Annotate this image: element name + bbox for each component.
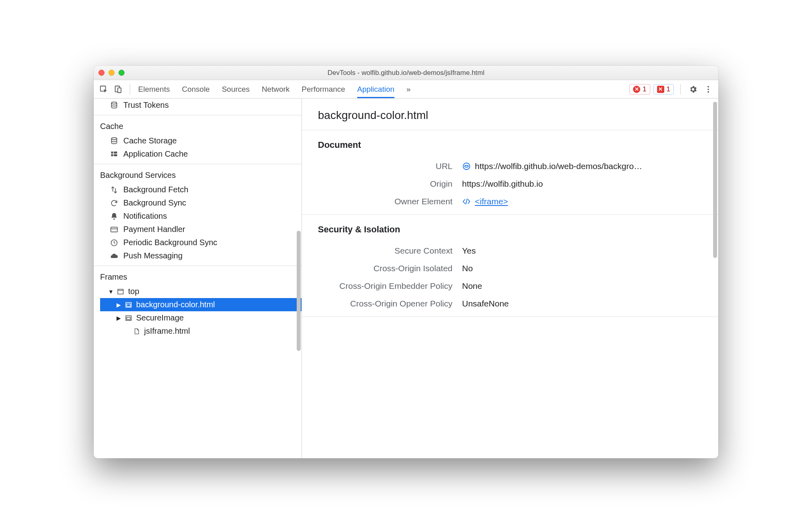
issue-icon: ✕: [657, 86, 664, 93]
frame-label: jsIframe.html: [144, 326, 190, 336]
tabs-overflow-icon[interactable]: »: [406, 80, 411, 98]
section-security: Security & Isolation Secure Context Yes …: [302, 215, 718, 316]
titlebar: DevTools - wolfib.github.io/web-demos/js…: [94, 66, 718, 80]
sidebar-scrollbar[interactable]: [297, 231, 301, 351]
tab-network[interactable]: Network: [262, 80, 290, 98]
sidebar-label: Notifications: [123, 212, 167, 221]
document-icon: [132, 327, 141, 336]
element-icon[interactable]: [462, 197, 471, 206]
frame-secureimage[interactable]: ▶ SecureImage: [100, 311, 301, 324]
database-icon: [110, 101, 119, 110]
error-count: 1: [643, 85, 646, 93]
sidebar-header-background-services: Background Services: [94, 167, 301, 183]
chevron-down-icon[interactable]: ▼: [108, 288, 113, 295]
sidebar-item-application-cache[interactable]: Application Cache: [94, 147, 301, 161]
settings-icon[interactable]: [687, 83, 699, 95]
svg-rect-8: [111, 151, 113, 153]
frame-label: SecureImage: [136, 313, 184, 322]
sidebar-label: Background Sync: [123, 198, 186, 208]
sidebar-item-cache-storage[interactable]: Cache Storage: [94, 134, 301, 147]
sidebar-label: Trust Tokens: [123, 101, 169, 110]
origin-label: Origin: [318, 179, 462, 189]
issue-count: 1: [667, 85, 670, 93]
svg-rect-10: [111, 154, 113, 156]
svg-point-6: [111, 102, 117, 104]
toolbar: Elements Console Sources Network Perform…: [94, 80, 718, 99]
iframe-icon: [124, 300, 133, 309]
svg-point-3: [707, 86, 709, 87]
window-title: DevTools - wolfib.github.io/web-demos/js…: [94, 69, 718, 77]
svg-rect-18: [127, 317, 131, 319]
cloud-icon: [110, 252, 119, 260]
coop-label: Cross-Origin Opener Policy: [318, 299, 462, 308]
frame-label: background-color.html: [136, 300, 215, 309]
sidebar-item-payment-handler[interactable]: Payment Handler: [94, 223, 301, 236]
more-icon[interactable]: [702, 83, 714, 95]
url-value: https://wolfib.github.io/web-demos/backg…: [475, 161, 642, 171]
detail-title: background-color.html: [302, 99, 718, 130]
coep-value: None: [462, 281, 482, 291]
sidebar-item-trust-tokens[interactable]: Trust Tokens: [94, 99, 301, 112]
sidebar-label: Payment Handler: [123, 225, 185, 234]
toolbar-divider: [680, 84, 681, 95]
tab-elements[interactable]: Elements: [138, 80, 170, 98]
error-icon: ✕: [633, 86, 640, 93]
origin-value: https://wolfib.github.io: [462, 179, 543, 189]
sidebar-item-periodic-sync[interactable]: Periodic Background Sync: [94, 236, 301, 249]
tab-application[interactable]: Application: [357, 80, 394, 98]
frame-detail-pane: background-color.html Document URL https…: [302, 99, 718, 458]
database-icon: [110, 137, 119, 145]
sync-icon: [110, 199, 119, 208]
svg-point-19: [463, 163, 470, 170]
owner-label: Owner Element: [318, 197, 462, 206]
section-header: Security & Isolation: [318, 224, 702, 235]
tab-console[interactable]: Console: [182, 80, 210, 98]
sidebar-label: Cache Storage: [123, 136, 177, 145]
inspect-element-icon[interactable]: [98, 83, 110, 95]
owner-link[interactable]: <iframe>: [475, 197, 508, 206]
frames-tree: ▼ top ▶ background-color.html ▶: [94, 285, 301, 338]
sidebar-item-push-messaging[interactable]: Push Messaging: [94, 249, 301, 262]
errors-badge[interactable]: ✕ 1: [629, 84, 650, 95]
svg-point-4: [707, 89, 709, 90]
svg-point-7: [111, 137, 117, 139]
window-icon: [116, 287, 125, 296]
transfer-icon: [110, 185, 119, 194]
chevron-right-icon[interactable]: ▶: [116, 315, 121, 321]
svg-point-5: [707, 91, 709, 93]
sidebar-item-background-fetch[interactable]: Background Fetch: [94, 183, 301, 196]
coop-value: UnsafeNone: [462, 299, 509, 308]
section-header: Document: [318, 140, 702, 150]
secure-context-value: Yes: [462, 246, 476, 256]
chevron-right-icon[interactable]: ▶: [116, 302, 121, 308]
frame-background-color[interactable]: ▶ background-color.html: [100, 298, 301, 311]
iframe-icon: [124, 314, 133, 322]
sidebar-item-background-sync[interactable]: Background Sync: [94, 196, 301, 210]
sidebar-label: Push Messaging: [123, 251, 183, 260]
detail-scrollbar[interactable]: [713, 102, 717, 258]
devtools-window: DevTools - wolfib.github.io/web-demos/js…: [94, 66, 718, 458]
sidebar-label: Periodic Background Sync: [123, 238, 217, 247]
reveal-icon[interactable]: [462, 162, 471, 171]
sidebar: Trust Tokens Cache Cache Storage Applica…: [94, 99, 302, 458]
device-toolbar-icon[interactable]: [112, 83, 124, 95]
frame-jsiframe[interactable]: jsIframe.html: [100, 324, 301, 338]
issues-badge[interactable]: ✕ 1: [653, 84, 674, 95]
grid-icon: [110, 150, 119, 159]
credit-card-icon: [110, 225, 119, 234]
frame-top[interactable]: ▼ top: [100, 285, 301, 298]
url-label: URL: [318, 161, 462, 171]
svg-rect-2: [118, 88, 121, 93]
coi-label: Cross-Origin Isolated: [318, 264, 462, 273]
toolbar-divider: [130, 84, 130, 95]
coi-value: No: [462, 264, 473, 273]
tab-performance[interactable]: Performance: [301, 80, 345, 98]
sidebar-item-notifications[interactable]: Notifications: [94, 210, 301, 223]
sidebar-header-frames: Frames: [94, 269, 301, 285]
svg-rect-12: [111, 227, 118, 232]
tab-sources[interactable]: Sources: [222, 80, 250, 98]
secure-context-label: Secure Context: [318, 246, 462, 256]
svg-point-20: [464, 165, 468, 167]
sidebar-label: Application Cache: [123, 149, 188, 159]
main-split: Trust Tokens Cache Cache Storage Applica…: [94, 99, 718, 458]
